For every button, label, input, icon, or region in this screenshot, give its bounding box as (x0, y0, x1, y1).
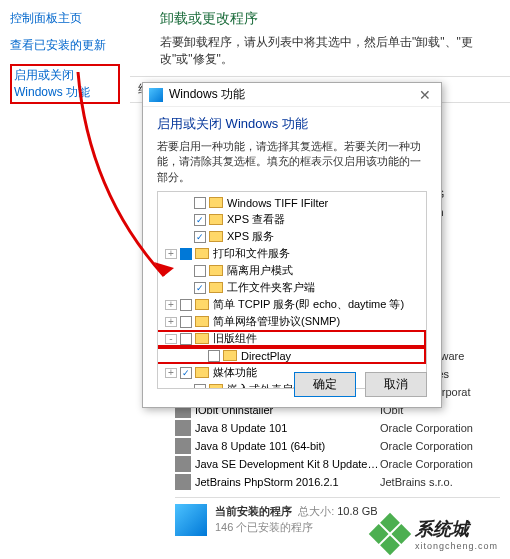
watermark-brand: 系统城 (415, 517, 498, 541)
tree-row[interactable]: 隔离用户模式 (158, 262, 426, 279)
tree-label: DirectPlay (241, 350, 291, 362)
tree-label: 隔离用户模式 (227, 263, 293, 278)
checkbox[interactable] (194, 231, 206, 243)
page-title: 卸载或更改程序 (130, 0, 510, 34)
tree-row[interactable]: -旧版组件 (157, 330, 426, 347)
app-name-cell: Java 8 Update 101 (64-bit) (195, 440, 380, 452)
publisher-cell: Oracle Corporation (380, 458, 500, 470)
checkbox[interactable] (194, 265, 206, 277)
control-panel-sidebar: 控制面板主页 查看已安装的更新 启用或关闭 Windows 功能 (10, 10, 120, 114)
list-item[interactable]: JetBrains PhpStorm 2016.2.1JetBrains s.r… (175, 473, 500, 491)
folder-icon (209, 214, 223, 225)
checkbox[interactable] (180, 248, 192, 260)
dialog-titlebar[interactable]: Windows 功能 ✕ (143, 83, 441, 107)
folder-icon (209, 282, 223, 293)
expand-toggle[interactable]: + (165, 249, 177, 259)
tree-label: 简单 TCPIP 服务(即 echo、daytime 等) (213, 297, 404, 312)
expand-toggle[interactable]: - (165, 334, 177, 344)
checkbox[interactable] (194, 384, 206, 390)
checkbox[interactable] (194, 197, 206, 209)
tree-row[interactable]: XPS 查看器 (158, 211, 426, 228)
nav-home[interactable]: 控制面板主页 (10, 10, 120, 27)
tree-row[interactable]: 工作文件夹客户端 (158, 279, 426, 296)
app-name-cell: Java SE Development Kit 8 Update 101 (195, 458, 380, 470)
folder-icon (195, 299, 209, 310)
app-name-cell: JetBrains PhpStorm 2016.2.1 (195, 476, 380, 488)
folder-icon (195, 316, 209, 327)
close-icon[interactable]: ✕ (415, 87, 435, 103)
app-icon (175, 438, 191, 454)
dialog-title: Windows 功能 (169, 86, 415, 103)
checkbox[interactable] (180, 333, 192, 345)
status-count: 146 个已安装的程序 (215, 520, 378, 535)
watermark-logo (369, 513, 411, 555)
programs-icon (175, 504, 207, 536)
checkbox[interactable] (180, 367, 192, 379)
publisher-cell: Oracle Corporation (380, 440, 500, 452)
tree-label: XPS 服务 (227, 229, 274, 244)
list-item[interactable]: Java 8 Update 101 (64-bit)Oracle Corpora… (175, 437, 500, 455)
expand-toggle[interactable]: + (165, 368, 177, 378)
app-name-cell: Java 8 Update 101 (195, 422, 380, 434)
list-item[interactable]: Java 8 Update 101Oracle Corporation (175, 419, 500, 437)
folder-icon (209, 384, 223, 389)
app-icon (175, 474, 191, 490)
watermark-url: xitongcheng.com (415, 541, 498, 551)
page-description: 若要卸载程序，请从列表中将其选中，然后单击"卸载"、"更改"或"修复"。 (130, 34, 510, 76)
tree-label: 打印和文件服务 (213, 246, 290, 261)
checkbox[interactable] (180, 316, 192, 328)
tree-label: 媒体功能 (213, 365, 257, 380)
tree-label: 简单网络管理协议(SNMP) (213, 314, 340, 329)
status-size-label: 总大小: (298, 505, 334, 517)
tree-row[interactable]: +简单网络管理协议(SNMP) (158, 313, 426, 330)
tree-label: 旧版组件 (213, 331, 257, 346)
status-title: 当前安装的程序 (215, 505, 292, 517)
windows-features-dialog: Windows 功能 ✕ 启用或关闭 Windows 功能 若要启用一种功能，请… (142, 82, 442, 408)
tree-row[interactable]: +简单 TCPIP 服务(即 echo、daytime 等) (158, 296, 426, 313)
expand-toggle[interactable]: + (165, 300, 177, 310)
checkbox[interactable] (180, 299, 192, 311)
folder-icon (209, 197, 223, 208)
watermark: 系统城 xitongcheng.com (375, 517, 498, 551)
windows-icon (149, 88, 163, 102)
tree-label: XPS 查看器 (227, 212, 285, 227)
app-icon (175, 420, 191, 436)
folder-icon (223, 350, 237, 361)
dialog-heading: 启用或关闭 Windows 功能 (157, 115, 427, 133)
folder-icon (209, 265, 223, 276)
folder-icon (209, 231, 223, 242)
tree-row[interactable]: DirectPlay (157, 347, 426, 364)
status-size-value: 10.8 GB (337, 505, 377, 517)
expand-toggle[interactable]: + (165, 317, 177, 327)
nav-windows-features[interactable]: 启用或关闭 Windows 功能 (10, 64, 120, 104)
folder-icon (195, 367, 209, 378)
list-item[interactable]: Java SE Development Kit 8 Update 101Orac… (175, 455, 500, 473)
checkbox[interactable] (194, 282, 206, 294)
tree-row[interactable]: XPS 服务 (158, 228, 426, 245)
folder-icon (195, 248, 209, 259)
ok-button[interactable]: 确定 (294, 372, 356, 397)
folder-icon (195, 333, 209, 344)
features-tree[interactable]: Windows TIFF IFilterXPS 查看器XPS 服务+打印和文件服… (157, 191, 427, 389)
publisher-cell: JetBrains s.r.o. (380, 476, 500, 488)
tree-row[interactable]: +打印和文件服务 (158, 245, 426, 262)
tree-label: Windows TIFF IFilter (227, 197, 328, 209)
checkbox[interactable] (194, 214, 206, 226)
dialog-description: 若要启用一种功能，请选择其复选框。若要关闭一种功能，请清除其复选框。填充的框表示… (157, 139, 427, 185)
nav-view-updates[interactable]: 查看已安装的更新 (10, 37, 120, 54)
app-icon (175, 456, 191, 472)
checkbox[interactable] (208, 350, 220, 362)
tree-row[interactable]: Windows TIFF IFilter (158, 194, 426, 211)
cancel-button[interactable]: 取消 (365, 372, 427, 397)
publisher-cell: Oracle Corporation (380, 422, 500, 434)
tree-label: 工作文件夹客户端 (227, 280, 315, 295)
